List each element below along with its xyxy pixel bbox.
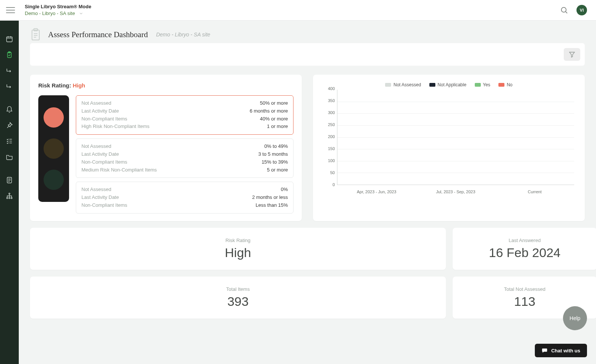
sidebar-item-files[interactable] (0, 149, 19, 165)
risk-threshold-row: Last Activity Date2 months or less (81, 194, 288, 202)
metric-value: High (225, 245, 251, 260)
legend-swatch (475, 83, 481, 87)
y-tick-label: 50 (330, 170, 335, 175)
threshold-key: Not Assessed (81, 143, 111, 150)
legend-label: Not Assessed (393, 82, 421, 87)
gridline (337, 113, 574, 114)
risk-threshold-row: Non-Compliant Items40% or more (81, 115, 288, 123)
metric-label: Risk Rating (226, 238, 250, 243)
x-tick-label: Apr, 2023 - Jun, 2023 (337, 190, 416, 194)
chart-legend: Not AssessedNot ApplicableYesNo (321, 82, 576, 87)
threshold-key: Non-Compliant Items (81, 115, 127, 123)
sidebar-item-sub1[interactable] (0, 63, 19, 78)
risk-threshold-row: Non-Compliant Items15% to 39% (81, 158, 288, 166)
gridline (337, 102, 574, 102)
risk-threshold-row: Not Assessed50% or more (81, 99, 288, 107)
traffic-light-green (44, 170, 64, 190)
x-tick-label: Jul, 2023 - Sep, 2023 (416, 190, 495, 194)
y-tick-label: 100 (328, 158, 335, 163)
help-button[interactable]: Help (563, 306, 587, 330)
search-icon[interactable] (560, 6, 568, 14)
gridline (337, 173, 574, 173)
sidebar-item-tasks[interactable] (0, 133, 19, 149)
sidebar-item-sub2[interactable] (0, 78, 19, 94)
threshold-key: Non-Compliant Items (81, 202, 127, 209)
legend-item[interactable]: Not Assessed (385, 82, 421, 87)
page-header: Assess Performance Dashboard Demo - Libr… (19, 21, 596, 43)
content-area: Assess Performance Dashboard Demo - Libr… (19, 21, 596, 364)
threshold-value: 0% (281, 186, 288, 194)
filter-card (30, 43, 585, 66)
page-subtitle: Demo - Libryo - SA site (156, 32, 210, 38)
risk-rating-card: Risk Rating: High Not Assessed50% or mor… (30, 75, 302, 221)
site-selector[interactable]: Demo - Libryo - SA site (25, 11, 91, 17)
topbar: Single Libryo Stream® Mode Demo - Libryo… (0, 0, 596, 21)
menu-toggle-button[interactable] (6, 6, 15, 15)
chat-button[interactable]: Chat with us (535, 344, 587, 357)
metric-label: Last Answered (509, 238, 540, 243)
topbar-titles: Single Libryo Stream® Mode Demo - Libryo… (25, 4, 91, 16)
metrics-row-2: Total Items 393 Total Not Assessed 113 (19, 270, 596, 319)
pin-icon (6, 122, 13, 129)
y-tick-label: 200 (328, 134, 335, 139)
legend-label: No (507, 82, 512, 87)
threshold-value: 3 to 5 months (258, 150, 288, 158)
y-tick-label: 150 (328, 146, 335, 151)
risk-threshold-row: Non-Compliant ItemsLess than 15% (81, 202, 288, 209)
metric-last-answered: Last Answered 16 Feb 2024 (453, 228, 596, 270)
threshold-key: Last Activity Date (81, 194, 119, 202)
avatar[interactable]: VI (576, 5, 587, 15)
chart-x-labels: Apr, 2023 - Jun, 2023Jul, 2023 - Sep, 20… (337, 190, 574, 194)
threshold-key: Medium Risk Non-Compliant Items (81, 166, 157, 174)
threshold-value: 15% to 39% (262, 158, 288, 166)
risk-threshold-row: Not Assessed0% (81, 186, 288, 194)
sidebar-item-reports[interactable] (0, 172, 19, 188)
threshold-key: Last Activity Date (81, 107, 119, 115)
funnel-icon (569, 51, 575, 58)
threshold-value: 50% or more (260, 99, 288, 107)
traffic-light-red (44, 107, 64, 128)
sidebar (0, 21, 19, 364)
sidebar-item-org[interactable] (0, 188, 19, 204)
threshold-key: High Risk Non-Compliant Items (81, 123, 149, 131)
topbar-actions: VI (560, 5, 587, 15)
filter-button[interactable] (564, 48, 580, 61)
clipboard-check-icon (6, 51, 13, 59)
threshold-key: Not Assessed (81, 99, 111, 107)
legend-swatch (429, 83, 435, 87)
traffic-light-amber (44, 138, 64, 159)
list-check-icon (6, 137, 13, 145)
threshold-key: Not Assessed (81, 186, 111, 194)
threshold-value: 5 or more (267, 166, 288, 174)
sidebar-item-notifications[interactable] (0, 102, 19, 117)
chart-y-ticks: 050100150200250300350400 (321, 89, 337, 185)
y-tick-label: 350 (328, 98, 335, 103)
sidebar-item-pinned[interactable] (0, 117, 19, 133)
threshold-value: 2 months or less (252, 194, 288, 202)
sidebar-item-calendar[interactable] (0, 31, 19, 47)
legend-item[interactable]: Yes (475, 82, 491, 87)
risk-rating-value: High (73, 82, 85, 89)
svg-rect-20 (32, 30, 39, 40)
y-tick-label: 300 (328, 110, 335, 115)
svg-point-19 (11, 197, 12, 199)
folder-icon (6, 153, 13, 161)
risk-threshold-group: Not Assessed0% to 49%Last Activity Date3… (76, 138, 293, 178)
svg-point-17 (7, 197, 8, 199)
mode-title: Single Libryo Stream® Mode (25, 4, 91, 10)
sidebar-item-assess[interactable] (0, 47, 19, 63)
risk-threshold-list: Not Assessed50% or moreLast Activity Dat… (76, 95, 293, 214)
traffic-light (38, 95, 69, 202)
gridline (337, 125, 574, 126)
metric-value: 113 (514, 294, 536, 309)
y-tick-label: 0 (333, 182, 335, 187)
gridline (337, 137, 574, 138)
svg-rect-2 (7, 37, 12, 42)
svg-point-18 (9, 197, 10, 199)
legend-item[interactable]: Not Applicable (429, 82, 467, 87)
metric-total-items: Total Items 393 (30, 277, 446, 319)
risk-rating-header: Risk Rating: High (38, 82, 293, 89)
svg-line-1 (566, 12, 567, 13)
legend-item[interactable]: No (498, 82, 512, 87)
chart-plot[interactable] (337, 90, 574, 185)
